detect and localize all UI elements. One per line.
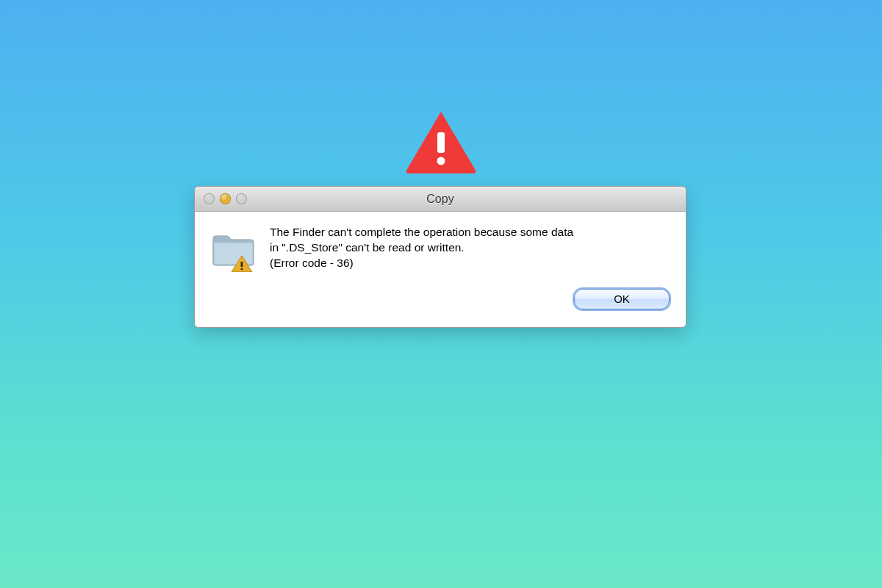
dialog-content: The Finder can't complete the operation … <box>195 212 686 327</box>
close-window-button[interactable] <box>204 193 215 204</box>
minimize-window-button[interactable] <box>220 193 231 204</box>
ok-button[interactable]: OK <box>574 289 670 309</box>
svg-rect-0 <box>437 132 445 153</box>
dialog-title: Copy <box>195 193 686 206</box>
dialog-titlebar[interactable]: Copy <box>195 187 686 212</box>
message-line-2: in ".DS_Store" can't be read or written. <box>270 240 670 256</box>
dialog-message: The Finder can't complete the operation … <box>270 225 670 314</box>
error-dialog: Copy The Finder can't complete the opera… <box>194 186 686 328</box>
svg-rect-3 <box>241 262 243 267</box>
dialog-button-row: OK <box>270 289 670 314</box>
message-line-3: (Error code - 36) <box>270 256 670 271</box>
zoom-window-button[interactable] <box>236 193 247 204</box>
svg-rect-2 <box>215 243 252 264</box>
traffic-lights <box>195 193 247 204</box>
message-line-1: The Finder can't complete the operation … <box>270 225 670 240</box>
warning-triangle-icon <box>404 109 478 176</box>
svg-point-1 <box>437 157 445 165</box>
folder-warning-icon <box>211 225 257 314</box>
svg-point-4 <box>240 268 243 270</box>
